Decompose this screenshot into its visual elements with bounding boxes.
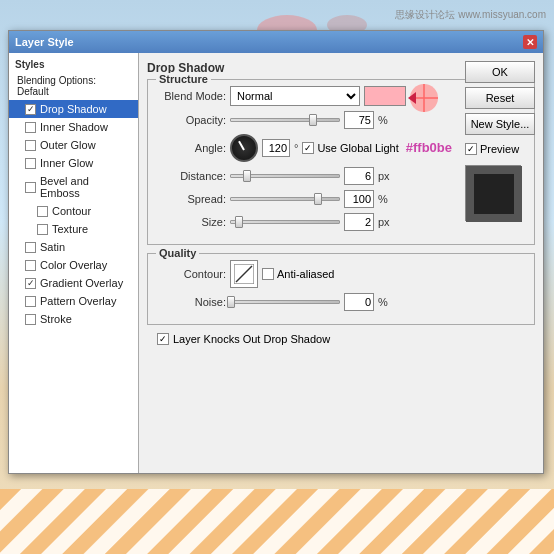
- spread-slider-container[interactable]: [230, 193, 340, 205]
- sidebar-styles-label: Styles: [9, 57, 138, 72]
- sidebar-item-inner-shadow[interactable]: Inner Shadow: [9, 118, 138, 136]
- sidebar-item-color-overlay[interactable]: Color Overlay: [9, 256, 138, 274]
- blend-mode-select[interactable]: Normal Multiply Screen Overlay: [230, 86, 360, 106]
- quality-group: Quality Contour: Anti-aliased: [147, 253, 535, 325]
- opacity-unit: %: [378, 114, 388, 126]
- noise-slider-thumb[interactable]: [227, 296, 235, 308]
- blending-options-label: Blending Options: Default: [17, 75, 130, 97]
- spread-slider-track[interactable]: [230, 197, 340, 201]
- reset-button[interactable]: Reset: [465, 87, 535, 109]
- contour-row: Contour: Anti-aliased: [156, 260, 526, 288]
- contour-label: Contour: [52, 205, 91, 217]
- bevel-emboss-checkbox[interactable]: [25, 182, 36, 193]
- quality-label: Quality: [156, 247, 199, 259]
- sidebar-item-contour[interactable]: Contour: [9, 202, 138, 220]
- opacity-slider-thumb[interactable]: [309, 114, 317, 126]
- dialog-titlebar: Layer Style ✕: [9, 31, 543, 53]
- sidebar-item-satin[interactable]: Satin: [9, 238, 138, 256]
- use-global-light-label: Use Global Light: [317, 142, 398, 154]
- new-style-button[interactable]: New Style...: [465, 113, 535, 135]
- inner-glow-label: Inner Glow: [40, 157, 93, 169]
- layer-knocks-out-label: Layer Knocks Out Drop Shadow: [173, 333, 330, 345]
- stripe-pattern: [0, 489, 554, 554]
- inner-shadow-checkbox[interactable]: [25, 122, 36, 133]
- noise-row: Noise: %: [156, 293, 526, 311]
- close-button[interactable]: ✕: [523, 35, 537, 49]
- angle-label: Angle:: [156, 142, 226, 154]
- noise-value-input[interactable]: [344, 293, 374, 311]
- noise-slider-track[interactable]: [230, 300, 340, 304]
- size-slider-thumb[interactable]: [235, 216, 243, 228]
- size-label: Size:: [156, 216, 226, 228]
- size-value-input[interactable]: [344, 213, 374, 231]
- drop-shadow-label: Drop Shadow: [40, 103, 107, 115]
- spread-value-input[interactable]: [344, 190, 374, 208]
- color-overlay-label: Color Overlay: [40, 259, 107, 271]
- sidebar-item-pattern-overlay[interactable]: Pattern Overlay: [9, 292, 138, 310]
- size-slider-container[interactable]: [230, 216, 340, 228]
- anti-aliased-row: Anti-aliased: [262, 268, 334, 280]
- distance-unit: px: [378, 170, 390, 182]
- contour-preview-button[interactable]: [230, 260, 258, 288]
- satin-checkbox[interactable]: [25, 242, 36, 253]
- noise-unit: %: [378, 296, 388, 308]
- contour-checkbox[interactable]: [37, 206, 48, 217]
- ok-button[interactable]: OK: [465, 61, 535, 83]
- gradient-overlay-checkbox[interactable]: ✓: [25, 278, 36, 289]
- hex-annotation: #ffb0be: [406, 140, 452, 155]
- structure-label: Structure: [156, 73, 211, 85]
- dialog-title: Layer Style: [15, 36, 74, 48]
- svg-rect-2: [0, 489, 554, 554]
- contour-row-label: Contour:: [156, 268, 226, 280]
- size-slider-track[interactable]: [230, 220, 340, 224]
- pattern-overlay-label: Pattern Overlay: [40, 295, 116, 307]
- stroke-checkbox[interactable]: [25, 314, 36, 325]
- outer-glow-checkbox[interactable]: [25, 140, 36, 151]
- sidebar-item-outer-glow[interactable]: Outer Glow: [9, 136, 138, 154]
- gradient-overlay-label: Gradient Overlay: [40, 277, 123, 289]
- noise-slider-container[interactable]: [230, 296, 340, 308]
- canvas-bottom: [0, 489, 554, 554]
- noise-label: Noise:: [156, 296, 226, 308]
- spread-slider-thumb[interactable]: [314, 193, 322, 205]
- watermark: 思缘设计论坛 www.missyuan.com: [395, 8, 546, 22]
- texture-checkbox[interactable]: [37, 224, 48, 235]
- dialog-body: Styles Blending Options: Default ✓ Drop …: [9, 53, 543, 473]
- layer-knocks-out-checkbox[interactable]: [157, 333, 169, 345]
- use-global-light-checkbox[interactable]: [302, 142, 314, 154]
- sidebar-blending-options[interactable]: Blending Options: Default: [9, 72, 138, 100]
- angle-value-input[interactable]: [262, 139, 290, 157]
- anti-aliased-label: Anti-aliased: [277, 268, 334, 280]
- spread-label: Spread:: [156, 193, 226, 205]
- anti-aliased-checkbox[interactable]: [262, 268, 274, 280]
- distance-value-input[interactable]: [344, 167, 374, 185]
- preview-checkbox[interactable]: [465, 143, 477, 155]
- contour-svg: [234, 264, 254, 284]
- distance-slider-thumb[interactable]: [243, 170, 251, 182]
- angle-dial[interactable]: [230, 134, 258, 162]
- outer-glow-label: Outer Glow: [40, 139, 96, 151]
- blend-mode-label: Blend Mode:: [156, 90, 226, 102]
- pattern-overlay-checkbox[interactable]: [25, 296, 36, 307]
- inner-shadow-label: Inner Shadow: [40, 121, 108, 133]
- drop-shadow-checkbox[interactable]: ✓: [25, 104, 36, 115]
- bevel-emboss-label: Bevel and Emboss: [40, 175, 130, 199]
- size-unit: px: [378, 216, 390, 228]
- sidebar-item-drop-shadow[interactable]: ✓ Drop Shadow: [9, 100, 138, 118]
- opacity-slider-container[interactable]: [230, 114, 340, 126]
- sidebar-item-gradient-overlay[interactable]: ✓ Gradient Overlay: [9, 274, 138, 292]
- color-overlay-checkbox[interactable]: [25, 260, 36, 271]
- distance-label: Distance:: [156, 170, 226, 182]
- sidebar-item-stroke[interactable]: Stroke: [9, 310, 138, 328]
- opacity-slider-track[interactable]: [230, 118, 340, 122]
- sidebar-item-texture[interactable]: Texture: [9, 220, 138, 238]
- spread-unit: %: [378, 193, 388, 205]
- dial-hand: [238, 141, 245, 151]
- pink-circle-annotation: [400, 82, 448, 114]
- opacity-value-input[interactable]: [344, 111, 374, 129]
- stroke-label: Stroke: [40, 313, 72, 325]
- sidebar-item-inner-glow[interactable]: Inner Glow: [9, 154, 138, 172]
- sidebar-item-bevel-emboss[interactable]: Bevel and Emboss: [9, 172, 138, 202]
- inner-glow-checkbox[interactable]: [25, 158, 36, 169]
- distance-slider-container[interactable]: [230, 170, 340, 182]
